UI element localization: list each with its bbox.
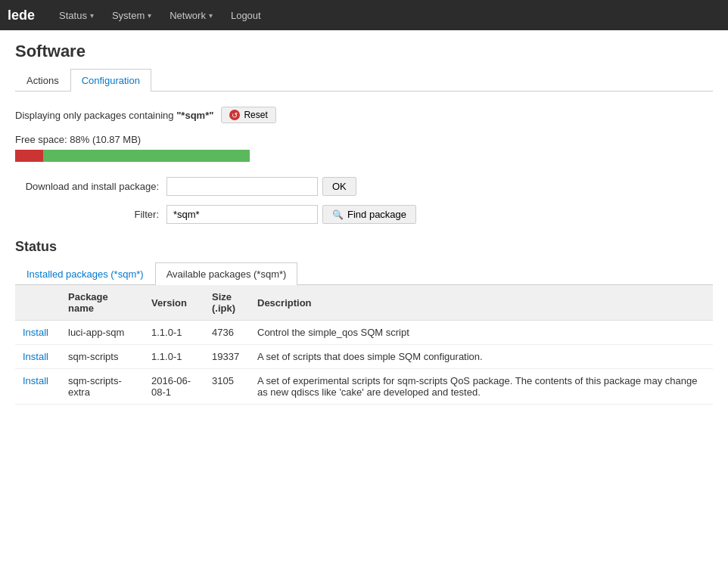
download-row: Download and install package: OK [15,177,713,196]
tab-configuration[interactable]: Configuration [70,69,151,92]
reset-button[interactable]: ↺ Reset [221,107,275,123]
install-link[interactable]: Install [23,327,48,338]
version-cell: 1.1.0-1 [144,345,204,369]
size-cell: 4736 [204,321,250,345]
package-name-cell: sqm-scripts [61,345,144,369]
filter-row: Filter: 🔍 Find package [15,205,713,224]
chevron-down-icon: ▾ [148,11,151,20]
navbar: lede Status ▾ System ▾ Network ▾ Logout [0,0,728,30]
table-row: Install sqm-scripts 1.1.0-1 19337 A set … [15,345,713,369]
nav-label-network: Network [170,10,206,21]
nav-label-logout: Logout [231,10,261,21]
description-cell: A set of scripts that does simple SQM co… [250,345,713,369]
install-link[interactable]: Install [23,351,48,362]
col-header-action [15,285,61,321]
install-cell: Install [15,321,61,345]
free-space-label: Free space: 88% (10.87 MB) [15,134,713,145]
download-input[interactable] [166,177,318,196]
nav-menu: Status ▾ System ▾ Network ▾ Logout [50,0,270,30]
col-header-desc: Description [250,285,713,321]
progress-free [43,150,250,162]
nav-label-status: Status [59,10,87,21]
nav-link-network[interactable]: Network ▾ [160,0,222,30]
nav-link-system[interactable]: System ▾ [103,0,160,30]
col-header-name: Package name [61,285,144,321]
nav-label-system: System [112,10,145,21]
version-cell: 1.1.0-1 [144,321,204,345]
nav-link-logout[interactable]: Logout [222,0,270,30]
install-cell: Install [15,345,61,369]
nav-link-status[interactable]: Status ▾ [50,0,103,30]
install-cell: Install [15,369,61,405]
find-package-button[interactable]: 🔍 Find package [322,205,416,224]
nav-item-system: System ▾ [103,0,160,30]
reset-icon: ↺ [229,110,240,120]
package-name-cell: sqm-scripts-extra [61,369,144,405]
nav-item-status: Status ▾ [50,0,103,30]
ok-button[interactable]: OK [322,177,356,196]
size-cell: 19337 [204,345,250,369]
col-header-size: Size (.ipk) [204,285,250,321]
table-header-row: Package name Version Size (.ipk) Descrip… [15,285,713,321]
size-cell: 3105 [204,369,250,405]
download-label: Download and install package: [15,181,166,192]
nav-item-logout: Logout [222,0,270,30]
status-title: Status [15,239,713,255]
brand-logo[interactable]: lede [8,8,35,23]
package-table: Package name Version Size (.ipk) Descrip… [15,285,713,405]
main-content: Software Actions Configuration Displayin… [0,30,728,416]
filter-display-text: Displaying only packages containing "*sq… [15,110,213,121]
tab-actions[interactable]: Actions [15,69,70,92]
nav-item-network: Network ▾ [160,0,222,30]
description-cell: A set of experimental scripts for sqm-sc… [250,369,713,405]
sub-tab-installed[interactable]: Installed packages (*sqm*) [15,262,155,285]
top-tabs: Actions Configuration [15,69,713,92]
filter-display: Displaying only packages containing "*sq… [15,107,713,123]
sub-tabs: Installed packages (*sqm*) Available pac… [15,262,713,285]
search-icon: 🔍 [332,209,344,220]
page-title: Software [15,42,713,61]
table-row: Install luci-app-sqm 1.1.0-1 4736 Contro… [15,321,713,345]
download-form: Download and install package: OK Filter:… [15,177,713,224]
filter-input[interactable] [166,205,318,224]
chevron-down-icon: ▾ [209,11,213,20]
version-cell: 2016-06-08-1 [144,369,204,405]
col-header-version: Version [144,285,204,321]
find-label: Find package [347,209,406,220]
install-link[interactable]: Install [23,375,48,386]
free-space-bar [15,150,250,162]
filter-label: Filter: [15,209,166,220]
package-name-cell: luci-app-sqm [61,321,144,345]
table-row: Install sqm-scripts-extra 2016-06-08-1 3… [15,369,713,405]
description-cell: Control the simple_qos SQM script [250,321,713,345]
filter-value: "*sqm*" [176,110,213,121]
chevron-down-icon: ▾ [90,11,94,20]
progress-used [15,150,43,162]
reset-label: Reset [244,110,267,120]
sub-tab-available[interactable]: Available packages (*sqm*) [155,262,298,285]
